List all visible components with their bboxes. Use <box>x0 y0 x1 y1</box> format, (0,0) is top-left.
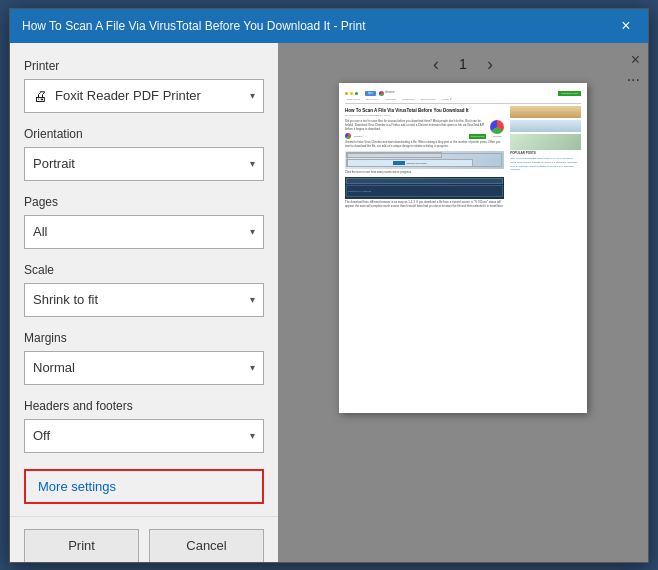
orientation-value: Portrait <box>33 156 246 171</box>
page-preview: tips chrome Download Now BREAKING BEST T… <box>339 83 587 413</box>
preview-panel: × ··· ‹ 1 › <box>278 43 648 562</box>
left-panel: Printer 🖨 Foxit Reader PDF Printer ▾ Ori… <box>10 43 278 516</box>
preview-dots-menu[interactable]: ··· <box>627 71 640 89</box>
dialog-body: Printer 🖨 Foxit Reader PDF Printer ▾ Ori… <box>10 43 648 562</box>
print-dialog: How To Scan A File Via VirusTotal Before… <box>9 8 649 563</box>
headers-footers-dropdown-arrow: ▾ <box>250 430 255 441</box>
title-bar-left: How To Scan A File Via VirusTotal Before… <box>22 19 366 33</box>
preview-navigation: ‹ 1 › <box>433 55 493 73</box>
printer-dropdown-arrow: ▾ <box>250 90 255 101</box>
headers-footers-value: Off <box>33 428 246 443</box>
orientation-label: Orientation <box>24 127 264 141</box>
margins-label: Margins <box>24 331 264 345</box>
scale-label: Scale <box>24 263 264 277</box>
prev-page-button[interactable]: ‹ <box>433 55 439 73</box>
preview-close-button[interactable]: × <box>631 51 640 69</box>
orientation-dropdown-arrow: ▾ <box>250 158 255 169</box>
scale-dropdown-arrow: ▾ <box>250 294 255 305</box>
margins-value: Normal <box>33 360 246 375</box>
pages-value: All <box>33 224 246 239</box>
more-settings-link[interactable]: More settings <box>24 469 264 504</box>
margins-dropdown-arrow: ▾ <box>250 362 255 373</box>
printer-select[interactable]: 🖨 Foxit Reader PDF Printer ▾ <box>24 79 264 113</box>
printer-icon: 🖨 <box>33 88 47 104</box>
dialog-title: How To Scan A File Via VirusTotal Before… <box>22 19 366 33</box>
headers-footers-select[interactable]: Off ▾ <box>24 419 264 453</box>
pages-label: Pages <box>24 195 264 209</box>
bottom-buttons: Print Cancel <box>10 516 278 562</box>
scale-select[interactable]: Shrink to fit ▾ <box>24 283 264 317</box>
close-button[interactable]: × <box>616 16 636 36</box>
preview-content: tips chrome Download Now BREAKING BEST T… <box>339 83 587 413</box>
cancel-button[interactable]: Cancel <box>149 529 264 562</box>
print-button[interactable]: Print <box>24 529 139 562</box>
headers-footers-label: Headers and footers <box>24 399 264 413</box>
pages-dropdown-arrow: ▾ <box>250 226 255 237</box>
scale-value: Shrink to fit <box>33 292 246 307</box>
page-number: 1 <box>459 56 467 72</box>
printer-value: Foxit Reader PDF Printer <box>55 88 246 103</box>
printer-label: Printer <box>24 59 264 73</box>
title-bar: How To Scan A File Via VirusTotal Before… <box>10 9 648 43</box>
margins-select[interactable]: Normal ▾ <box>24 351 264 385</box>
pages-select[interactable]: All ▾ <box>24 215 264 249</box>
next-page-button[interactable]: › <box>487 55 493 73</box>
orientation-select[interactable]: Portrait ▾ <box>24 147 264 181</box>
